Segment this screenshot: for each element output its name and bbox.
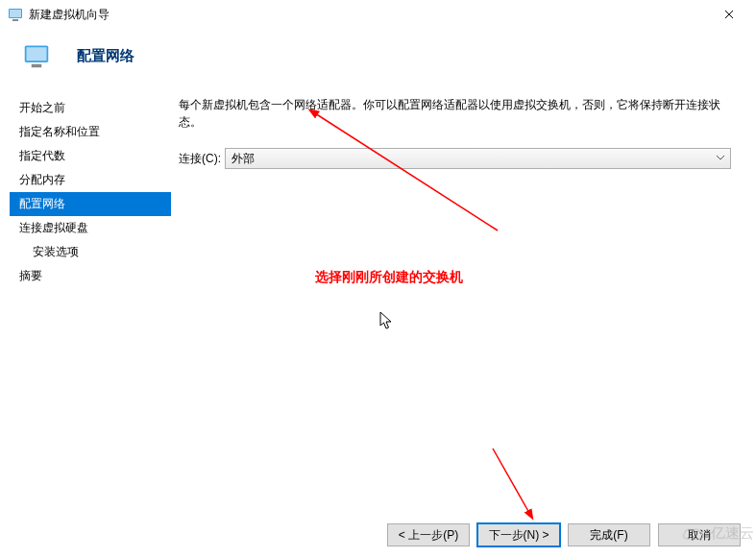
app-icon: [8, 7, 23, 22]
page-title: 配置网络: [77, 47, 134, 65]
prev-button[interactable]: < 上一步(P): [387, 523, 470, 546]
connection-dropdown[interactable]: 外部: [225, 148, 731, 169]
nav-summary[interactable]: 摘要: [10, 264, 171, 288]
nav-installation-options[interactable]: 安装选项: [10, 240, 171, 264]
nav-assign-memory[interactable]: 分配内存: [10, 168, 171, 192]
description-text: 每个新虚拟机包含一个网络适配器。你可以配置网络适配器以使用虚拟交换机，否则，它将…: [179, 96, 731, 131]
close-button[interactable]: [710, 1, 748, 28]
footer-buttons: < 上一步(P) 下一步(N) > 完成(F) 取消: [387, 523, 743, 546]
connection-value: 外部: [232, 151, 255, 167]
header-icon: [23, 42, 50, 69]
cancel-button[interactable]: 取消: [658, 523, 741, 546]
finish-button[interactable]: 完成(F): [568, 523, 650, 546]
main-panel: 每个新虚拟机包含一个网络适配器。你可以配置网络适配器以使用虚拟交换机，否则，它将…: [171, 96, 756, 490]
wizard-nav: 开始之前 指定名称和位置 指定代数 分配内存 配置网络 连接虚拟硬盘 安装选项 …: [10, 96, 171, 490]
svg-rect-1: [10, 10, 21, 17]
chevron-down-icon: [715, 152, 726, 166]
titlebar: 新建虚拟机向导: [0, 0, 756, 29]
nav-connect-vhd[interactable]: 连接虚拟硬盘: [10, 216, 171, 240]
svg-rect-4: [27, 47, 47, 61]
nav-specify-name[interactable]: 指定名称和位置: [10, 120, 171, 144]
nav-before-you-begin[interactable]: 开始之前: [10, 96, 171, 120]
close-icon: [724, 10, 734, 19]
wizard-header: 配置网络: [0, 29, 756, 96]
next-button[interactable]: 下一步(N) >: [477, 523, 560, 546]
connection-row: 连接(C): 外部: [179, 148, 731, 169]
nav-specify-generation[interactable]: 指定代数: [10, 144, 171, 168]
window-title: 新建虚拟机向导: [29, 7, 710, 23]
connection-label: 连接(C):: [179, 151, 225, 167]
nav-configure-networking[interactable]: 配置网络: [10, 192, 171, 216]
svg-line-6: [315, 113, 498, 230]
annotation-text: 选择刚刚所创建的交换机: [315, 269, 463, 286]
content-area: 开始之前 指定名称和位置 指定代数 分配内存 配置网络 连接虚拟硬盘 安装选项 …: [0, 96, 756, 490]
svg-rect-5: [32, 64, 42, 68]
svg-rect-2: [12, 19, 18, 21]
